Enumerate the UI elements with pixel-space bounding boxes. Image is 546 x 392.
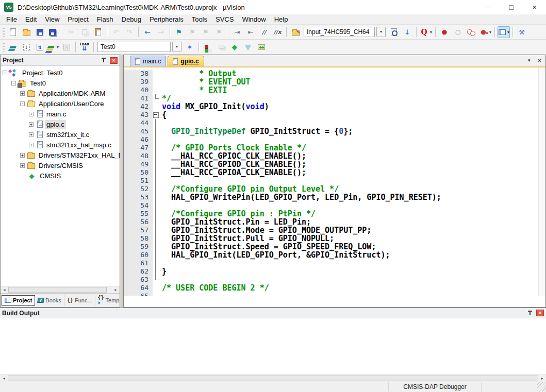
- redo-button[interactable]: ↷: [123, 26, 136, 38]
- scroll-right-icon[interactable]: ▸: [112, 286, 120, 293]
- manage-run-time-environment-button[interactable]: ◆◆: [255, 41, 268, 53]
- editor-tab-gpio-c[interactable]: gpio.c: [168, 56, 204, 66]
- code-line[interactable]: __HAL_RCC_GPIOA_CLK_ENABLE();: [160, 168, 306, 177]
- code-line[interactable]: [160, 177, 162, 185]
- line-number[interactable]: 48: [124, 152, 153, 160]
- enable-disable-breakpoint-button[interactable]: ○: [452, 26, 464, 38]
- maximize-button[interactable]: □: [500, 0, 523, 14]
- expand-plus-icon[interactable]: +: [29, 132, 34, 137]
- pack-installer-button[interactable]: ◆: [228, 41, 241, 53]
- menu-peripherals[interactable]: Peripherals: [145, 15, 188, 23]
- tree-item-stm32f1xx-it-c[interactable]: +stm32f1xx_it.c: [1, 129, 120, 140]
- panel-tab-project[interactable]: Project: [2, 295, 35, 306]
- toolbar-grip[interactable]: [3, 42, 5, 52]
- line-number[interactable]: 40: [124, 86, 153, 94]
- options-for-target-button[interactable]: ✶: [184, 41, 196, 53]
- line-number[interactable]: 50: [124, 168, 153, 177]
- line-number[interactable]: 53: [124, 193, 153, 201]
- manage-project-items-button[interactable]: [202, 41, 214, 53]
- scroll-right-icon[interactable]: ▸: [538, 375, 546, 382]
- project-panel-hscrollbar[interactable]: ◂ ▸: [1, 286, 120, 293]
- line-number[interactable]: 60: [124, 251, 153, 259]
- tab-list-dropdown-icon[interactable]: ▾: [528, 58, 531, 63]
- insert-remove-breakpoint-button[interactable]: ●: [438, 26, 451, 38]
- code-editor[interactable]: 38 * Output39 * EVENT_OUT40 * EXTI41*/42…: [124, 67, 545, 296]
- code-line[interactable]: */: [160, 94, 171, 103]
- line-number[interactable]: 51: [124, 177, 153, 185]
- resize-grip-icon[interactable]: [537, 382, 546, 391]
- tree-item-drivers-stm32f1xx-hal-driv[interactable]: +Drivers/STM32F1xx_HAL_Driv: [1, 150, 120, 160]
- indent-button[interactable]: ⇥: [231, 26, 243, 38]
- line-number[interactable]: 64: [124, 284, 153, 292]
- select-target-value[interactable]: Test0: [97, 42, 171, 52]
- code-line[interactable]: /*Configure GPIO pin Output Level */: [160, 185, 339, 193]
- tree-item-gpio-c[interactable]: +gpio.c: [1, 119, 120, 129]
- toolbar-grip[interactable]: [3, 27, 5, 37]
- line-number[interactable]: 45: [124, 127, 153, 135]
- line-number[interactable]: 56: [124, 218, 153, 226]
- search-term-value[interactable]: Input_74HC595_CH64: [304, 27, 375, 37]
- select-target-dropdown-button[interactable]: ▾: [172, 42, 181, 52]
- undo-button[interactable]: ↶: [110, 26, 122, 38]
- collapse-minus-icon[interactable]: -: [11, 81, 16, 86]
- bookmark-next-button[interactable]: ⚑: [200, 26, 212, 38]
- code-line[interactable]: * Output: [160, 70, 237, 78]
- find-dropdown-caret[interactable]: ▾: [430, 30, 432, 35]
- build-output-hscrollbar[interactable]: ◂ ▸: [0, 374, 546, 382]
- expand-plus-icon[interactable]: +: [29, 112, 34, 116]
- pin-icon[interactable]: [527, 310, 533, 316]
- code-line[interactable]: }: [160, 267, 167, 276]
- stop-build-button[interactable]: ×: [60, 41, 73, 53]
- collapse-minus-icon[interactable]: -: [20, 101, 25, 106]
- menu-view[interactable]: View: [41, 15, 63, 23]
- multi-project-workspace-button[interactable]: [215, 41, 227, 53]
- incremental-find-button[interactable]: ↓: [401, 26, 413, 38]
- code-line[interactable]: [160, 259, 162, 267]
- tree-item-stm32f1xx-hal-msp-c[interactable]: +stm32f1xx_hal_msp.c: [1, 140, 120, 150]
- rebuild-all-button[interactable]: ⇅: [34, 41, 46, 53]
- find-in-files-dialog-button[interactable]: [388, 26, 400, 38]
- menu-file[interactable]: File: [2, 15, 21, 23]
- line-number[interactable]: 65: [124, 292, 153, 296]
- paste-button[interactable]: [92, 26, 104, 38]
- expand-plus-icon[interactable]: +: [20, 153, 25, 158]
- expand-plus-icon[interactable]: +: [29, 143, 34, 147]
- build-button[interactable]: ⇓: [20, 41, 32, 53]
- tree-item-drivers-cmsis[interactable]: +Drivers/CMSIS: [1, 160, 120, 171]
- expand-plus-icon[interactable]: +: [20, 163, 25, 168]
- close-button[interactable]: ×: [523, 0, 546, 14]
- scrollbar-thumb[interactable]: [8, 376, 538, 381]
- line-number[interactable]: 44: [124, 119, 153, 127]
- editor-tab-main-c[interactable]: main.c: [130, 56, 166, 66]
- menu-debug[interactable]: Debug: [118, 15, 145, 23]
- code-line[interactable]: GPIO_InitTypeDef GPIO_InitStruct = {0};: [160, 127, 353, 135]
- menu-edit[interactable]: Edit: [21, 15, 41, 23]
- tree-item-main-c[interactable]: +main.c: [1, 109, 120, 119]
- search-term-combobox[interactable]: Input_74HC595_CH64▾: [304, 27, 386, 37]
- find-in-files-button[interactable]: [289, 26, 302, 38]
- kill-all-breakpoints-button[interactable]: ●▾: [478, 26, 492, 38]
- configure-button[interactable]: ⚒: [516, 26, 528, 38]
- code-line[interactable]: GPIO_InitStruct.Speed = GPIO_SPEED_FREQ_…: [160, 243, 376, 251]
- tree-item-cmsis[interactable]: ◆CMSIS: [1, 171, 120, 181]
- code-line[interactable]: /* GPIO Ports Clock Enable */: [160, 144, 306, 152]
- uncomment-selection-button[interactable]: //x: [271, 26, 284, 38]
- minimize-button[interactable]: –: [476, 0, 500, 14]
- line-number[interactable]: 57: [124, 226, 153, 234]
- cut-button[interactable]: ✂: [65, 26, 77, 38]
- line-number[interactable]: 52: [124, 185, 153, 193]
- code-line[interactable]: /*Configure GPIO pin : PtPin */: [160, 210, 316, 218]
- pin-icon[interactable]: [101, 57, 106, 63]
- save-all-button[interactable]: [47, 26, 59, 38]
- code-line[interactable]: * EVENT_OUT: [160, 78, 251, 86]
- line-number[interactable]: 47: [124, 144, 153, 152]
- scrollbar-thumb[interactable]: [8, 287, 107, 293]
- close-document-icon[interactable]: ×: [537, 57, 541, 64]
- code-line[interactable]: /* USER CODE BEGIN 2 */: [160, 284, 269, 292]
- code-line[interactable]: void MX_GPIO_Init(void): [160, 103, 269, 111]
- line-number[interactable]: 62: [124, 267, 153, 276]
- expand-plus-icon[interactable]: +: [29, 122, 34, 127]
- line-number[interactable]: 46: [124, 135, 153, 144]
- navigate-back-button[interactable]: ←: [141, 26, 154, 38]
- line-number[interactable]: 38: [124, 70, 153, 78]
